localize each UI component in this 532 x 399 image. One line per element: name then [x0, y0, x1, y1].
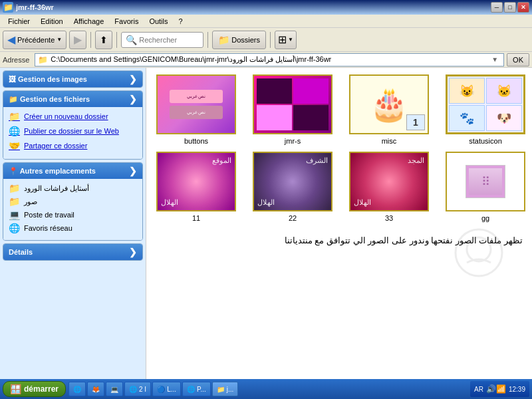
menu-fichier[interactable]: Fichier [3, 16, 35, 27]
file-item-22[interactable]: الشرف الهلال 22 [249, 152, 336, 222]
images-folder-label: صور [24, 198, 37, 206]
back-button[interactable]: ◀ Précédente ▼ [3, 31, 66, 49]
file-thumb-33: المجد الهلال [349, 152, 429, 211]
menu-affichage[interactable]: Affichage [68, 16, 110, 27]
minimize-button[interactable]: ─ [491, 2, 503, 13]
start-button[interactable]: 🪟 démarrer [3, 381, 66, 397]
file-name-buttons: buttons [184, 137, 208, 145]
sidebar-images-label: 🖼 Gestion des images [9, 75, 87, 83]
workstation-icon: 💻 [9, 209, 20, 220]
sidebar-images-expand[interactable]: ❯ [129, 74, 137, 84]
taskbar-icon-5: 🔵 [157, 386, 165, 393]
sidebar-files-expand[interactable]: ❯ [129, 94, 137, 104]
address-dropdown-icon[interactable]: ▼ [489, 56, 501, 63]
separator-2 [116, 32, 117, 48]
taskbar-icon-3: 💻 [110, 386, 118, 393]
sidebar-section-locations: 📍 Autres emplacements ❯ 📁 أستايل فراشات … [3, 162, 143, 241]
file-item-misc[interactable]: 🎂 1 misc [346, 74, 432, 145]
workstation-label: Poste de travail [24, 211, 74, 219]
up-button[interactable]: ⬆ [95, 31, 112, 49]
file-thumb-statusicon: 😺 🐱 🐾 🐶 [446, 74, 525, 134]
taskbar-item-1[interactable]: 🌐 [68, 382, 86, 396]
folders-label: Dossiers [231, 36, 260, 44]
view-dropdown-icon[interactable]: ▼ [288, 37, 293, 43]
start-windows-icon: 🪟 [10, 384, 21, 394]
sidebar-section-details: Détails ❯ [3, 243, 143, 261]
sidebar-header-details[interactable]: Détails ❯ [3, 244, 142, 260]
watermark [452, 226, 505, 279]
separator-4 [270, 32, 271, 48]
close-button[interactable]: ✕ [517, 2, 529, 13]
network-label: Favoris réseau [24, 224, 72, 232]
file-thumb-jmrs [253, 74, 332, 134]
view-button[interactable]: ⊞ ▼ [275, 31, 297, 49]
publish-icon: 🌐 [9, 126, 20, 136]
sidebar-item-network[interactable]: 🌐 Favoris réseau [9, 223, 137, 233]
sidebar: 🖼 Gestion des images ❯ 📁 Gestion des fic… [0, 68, 146, 379]
taskbar-label-7: j... [227, 386, 234, 393]
folders-button[interactable]: 📁 Dossiers [212, 31, 266, 49]
taskbar-icon-6: 🌐 [187, 386, 195, 393]
menu-help[interactable]: ? [174, 16, 188, 27]
file-item-jmrs[interactable]: jmr-s [249, 74, 336, 145]
separator-3 [207, 32, 208, 48]
taskbar-item-5[interactable]: 🔵 L... [152, 382, 181, 396]
sidebar-locations-expand[interactable]: ❯ [129, 166, 137, 176]
back-icon: ◀ [7, 33, 15, 46]
maximize-button[interactable]: □ [504, 2, 516, 13]
address-input-wrap[interactable]: 📁 C:\Documents and Settings\GENICOM\Bure… [35, 53, 504, 66]
sidebar-item-workstation[interactable]: 💻 Poste de travail [9, 209, 137, 220]
tray-lang: AR [474, 386, 483, 393]
sidebar-header-files[interactable]: 📁 Gestion des fichiers ❯ [3, 91, 142, 107]
menu-edition[interactable]: Edition [35, 16, 68, 27]
taskbar-icon-2: 🦊 [92, 386, 100, 393]
sidebar-item-images[interactable]: 📁 صور [9, 196, 137, 207]
menu-outils[interactable]: Outils [144, 16, 173, 27]
file-item-gg[interactable]: ⠿ gg [442, 152, 529, 222]
taskbar-items: 🌐 🦊 💻 🌐 2 I 🔵 L... 🌐 P... 📁 j... [68, 382, 467, 396]
back-dropdown-icon[interactable]: ▼ [57, 37, 62, 43]
up-icon: ⬆ [100, 35, 108, 45]
taskbar-item-2[interactable]: 🦊 [87, 382, 104, 396]
file-item-buttons[interactable]: نص عربي نص عربي buttons [153, 74, 239, 145]
taskbar-label-6: P... [197, 386, 206, 393]
sidebar-link-new-folder[interactable]: 📁 Créer un nouveau dossier [9, 111, 137, 122]
menu-favoris[interactable]: Favoris [109, 16, 144, 27]
share-icon: 🤝 [9, 140, 20, 151]
taskbar-tray: AR 🔊📶 12:39 [470, 381, 529, 397]
taskbar-item-3[interactable]: 💻 [106, 382, 123, 396]
view-icon: ⊞ [278, 33, 287, 46]
file-thumb-misc: 🎂 1 [349, 74, 429, 134]
file-item-33[interactable]: المجد الهلال 33 [346, 152, 432, 222]
file-thumb-buttons: نص عربي نص عربي [156, 74, 236, 134]
file-name-gg: gg [481, 214, 489, 222]
svg-point-1 [467, 237, 491, 261]
ok-button[interactable]: OK [507, 53, 529, 66]
new-folder-icon: 📁 [9, 111, 20, 122]
forward-button[interactable]: ▶ [69, 31, 86, 49]
address-bar: Adresse 📁 C:\Documents and Settings\GENI… [0, 52, 532, 68]
taskbar-item-7[interactable]: 📁 j... [212, 382, 239, 396]
network-icon: 🌐 [9, 223, 20, 233]
toolbar: ◀ Précédente ▼ ▶ ⬆ 🔍 📁 Dossiers ⊞ ▼ [0, 28, 532, 52]
sidebar-item-arabic[interactable]: 📁 أستايل فراشات الورود [9, 183, 137, 194]
taskbar-item-4[interactable]: 🌐 2 I [124, 382, 151, 396]
sidebar-header-locations[interactable]: 📍 Autres emplacements ❯ [3, 163, 142, 179]
address-folder-icon: 📁 [38, 55, 48, 65]
sidebar-link-share[interactable]: 🤝 Partager ce dossier [9, 140, 137, 151]
address-label: Adresse [3, 56, 32, 64]
sidebar-header-images[interactable]: 🖼 Gestion des images ❯ [3, 71, 142, 87]
file-item-statusicon[interactable]: 😺 🐱 🐾 🐶 statusicon [442, 74, 529, 145]
search-input[interactable] [139, 36, 199, 44]
separator-1 [90, 32, 91, 48]
taskbar-item-6[interactable]: 🌐 P... [182, 382, 211, 396]
file-grid: نص عربي نص عربي buttons jmr-s [153, 74, 525, 222]
file-name-33: 33 [385, 214, 393, 222]
sidebar-link-publish[interactable]: 🌐 Publier ce dossier sur le Web [9, 126, 137, 136]
window-controls: ─ □ ✕ [491, 2, 529, 13]
sidebar-details-expand[interactable]: ❯ [129, 247, 137, 257]
address-path: C:\Documents and Settings\GENICOM\Bureau… [51, 55, 489, 64]
forward-icon: ▶ [74, 33, 82, 46]
file-item-11[interactable]: الموقع الهلال 11 [153, 152, 239, 222]
taskbar-label-5: L... [167, 386, 176, 393]
